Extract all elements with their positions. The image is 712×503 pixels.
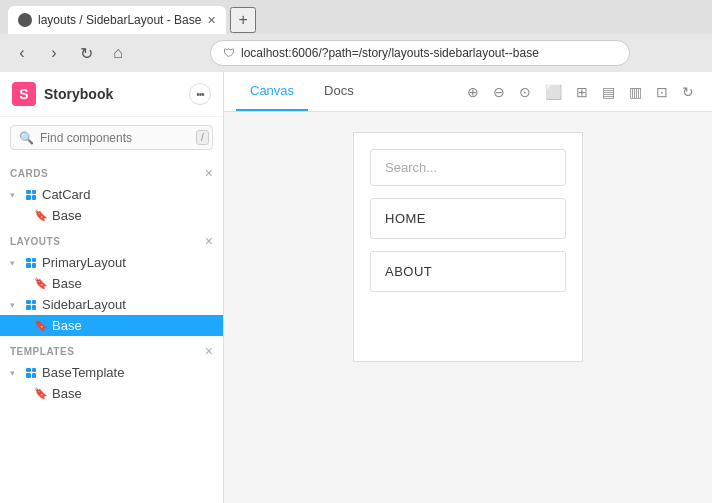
shield-icon: 🛡 (223, 46, 235, 60)
sidebar-item-catcard-base[interactable]: 🔖 Base (0, 205, 223, 226)
sidebar-item-primarylayout-base[interactable]: 🔖 Base (0, 273, 223, 294)
section-header-cards: CARDS × (0, 158, 223, 184)
item-label-basetemplate: BaseTemplate (42, 365, 124, 380)
canvas-nav-home: HOME (370, 198, 566, 239)
section-title-cards: CARDS (10, 168, 48, 179)
main-content: Canvas Docs ⊕ ⊖ ⊙ ⬜ ⊞ ▤ ▥ ⊡ ↻ Search... … (224, 72, 712, 503)
tab-label: layouts / SidebarLayout - Base (38, 13, 201, 27)
back-button[interactable]: ‹ (10, 41, 34, 65)
item-label-sidebarlayout: SidebarLayout (42, 297, 126, 312)
address-text: localhost:6006/?path=/story/layouts-side… (241, 46, 539, 60)
tab-docs[interactable]: Docs (310, 72, 368, 111)
canvas-search-bar: Search... (370, 149, 566, 186)
item-label-primarylayout-base: Base (52, 276, 82, 291)
section-cards: CARDS × ▾ CatCard 🔖 Base (0, 158, 223, 226)
app-body: S Storybook ••• 🔍 / CARDS × ▾ (0, 72, 712, 503)
section-close-cards[interactable]: × (205, 166, 213, 180)
zoom-in-button[interactable]: ⊕ (461, 80, 485, 104)
sidebar-header: S Storybook ••• (0, 72, 223, 117)
section-header-templates: TEMPLATES × (0, 336, 223, 362)
grid-icon (24, 366, 38, 380)
search-shortcut: / (196, 130, 209, 145)
refresh-button[interactable]: ↻ (74, 41, 98, 65)
sidebar-item-basetemplate-base[interactable]: 🔖 Base (0, 383, 223, 404)
search-box[interactable]: 🔍 / (10, 125, 213, 150)
canvas-frame: Search... HOME ABOUT (353, 132, 583, 362)
zoom-out-button[interactable]: ⊖ (487, 80, 511, 104)
item-label-basetemplate-base: Base (52, 386, 82, 401)
sidebar-item-basetemplate[interactable]: ▾ BaseTemplate (0, 362, 223, 383)
tab-close-btn[interactable]: ✕ (207, 14, 216, 27)
sidebar: S Storybook ••• 🔍 / CARDS × ▾ (0, 72, 224, 503)
browser-chrome: layouts / SidebarLayout - Base ✕ + ‹ › ↻… (0, 0, 712, 72)
tab-canvas[interactable]: Canvas (236, 72, 308, 111)
search-input[interactable] (40, 131, 190, 145)
item-label-sidebarlayout-base: Base (52, 318, 82, 333)
grid-icon (24, 256, 38, 270)
address-bar: ‹ › ↻ ⌂ 🛡 localhost:6006/?path=/story/la… (0, 34, 712, 72)
grid-icon (24, 298, 38, 312)
chevron-icon: ▾ (10, 190, 20, 200)
split-button[interactable]: ⊡ (650, 80, 674, 104)
rotate-button[interactable]: ↻ (676, 80, 700, 104)
sidebar-item-catcard[interactable]: ▾ CatCard (0, 184, 223, 205)
search-icon: 🔍 (19, 131, 34, 145)
panel-toggle-button[interactable]: ▥ (623, 80, 648, 104)
tab-bar: layouts / SidebarLayout - Base ✕ + (0, 0, 712, 34)
grid-icon (24, 188, 38, 202)
storybook-logo: S (12, 82, 36, 106)
grid-view-button[interactable]: ⊞ (570, 80, 594, 104)
storybook-title: Storybook (44, 86, 181, 102)
section-header-layouts: LAYOUTS × (0, 226, 223, 252)
item-label-catcard: CatCard (42, 187, 90, 202)
canvas-area: Search... HOME ABOUT (224, 112, 712, 503)
sidebar-menu-button[interactable]: ••• (189, 83, 211, 105)
sidebar-toggle-button[interactable]: ▤ (596, 80, 621, 104)
chevron-icon: ▾ (10, 258, 20, 268)
forward-button[interactable]: › (42, 41, 66, 65)
item-label-catcard-base: Base (52, 208, 82, 223)
zoom-reset-button[interactable]: ⊙ (513, 80, 537, 104)
section-layouts: LAYOUTS × ▾ PrimaryLayout 🔖 Base (0, 226, 223, 336)
item-label-primarylayout: PrimaryLayout (42, 255, 126, 270)
chevron-icon: ▾ (10, 300, 20, 310)
bookmark-icon: 🔖 (34, 209, 48, 222)
section-close-templates[interactable]: × (205, 344, 213, 358)
section-title-templates: TEMPLATES (10, 346, 74, 357)
bookmark-icon: 🔖 (34, 277, 48, 290)
sidebar-item-sidebarlayout-base[interactable]: 🔖 Base (0, 315, 223, 336)
sidebar-item-primarylayout[interactable]: ▾ PrimaryLayout (0, 252, 223, 273)
bookmark-icon: 🔖 (34, 387, 48, 400)
bookmark-icon: 🔖 (34, 319, 48, 332)
home-button[interactable]: ⌂ (106, 41, 130, 65)
sidebar-item-sidebarlayout[interactable]: ▾ SidebarLayout (0, 294, 223, 315)
section-title-layouts: LAYOUTS (10, 236, 60, 247)
sidebar-content: CARDS × ▾ CatCard 🔖 Base (0, 158, 223, 503)
active-tab[interactable]: layouts / SidebarLayout - Base ✕ (8, 6, 226, 34)
canvas-nav-about: ABOUT (370, 251, 566, 292)
address-input[interactable]: 🛡 localhost:6006/?path=/story/layouts-si… (210, 40, 630, 66)
new-tab-button[interactable]: + (230, 7, 255, 33)
canvas-search-placeholder: Search... (385, 160, 437, 175)
frame-button[interactable]: ⬜ (539, 80, 568, 104)
chevron-icon: ▾ (10, 368, 20, 378)
toolbar: Canvas Docs ⊕ ⊖ ⊙ ⬜ ⊞ ▤ ▥ ⊡ ↻ (224, 72, 712, 112)
section-templates: TEMPLATES × ▾ BaseTemplate 🔖 Base (0, 336, 223, 404)
tab-favicon (18, 13, 32, 27)
section-close-layouts[interactable]: × (205, 234, 213, 248)
